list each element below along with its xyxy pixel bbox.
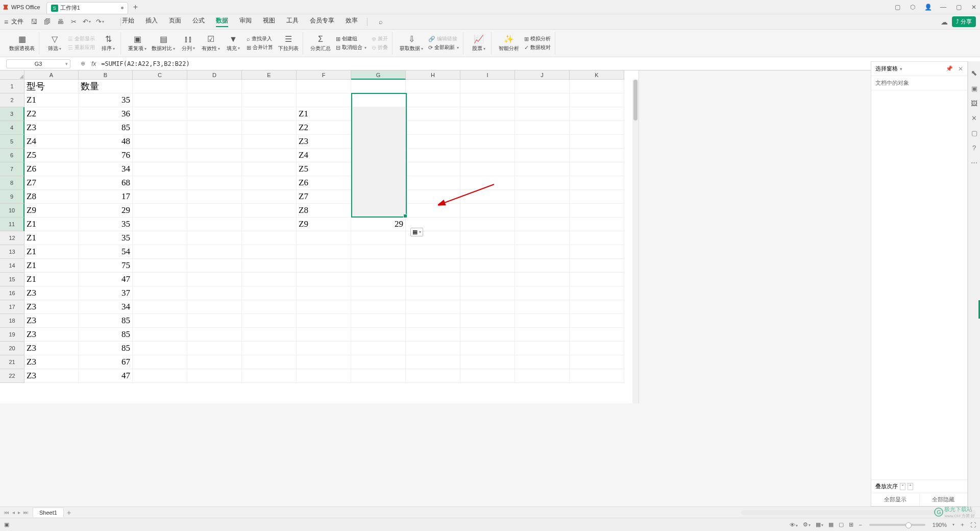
cell-A16[interactable]: Z3 bbox=[24, 286, 79, 300]
row-header-14[interactable]: 14 bbox=[0, 259, 24, 273]
pivot-table-button[interactable]: ▦数据透视表 bbox=[9, 34, 35, 52]
paste-options-badge[interactable]: ▦▾ bbox=[410, 228, 423, 236]
select-tool-icon[interactable]: ⬉ bbox=[971, 68, 977, 78]
name-box[interactable]: G3 bbox=[6, 59, 70, 68]
row-header-16[interactable]: 16 bbox=[0, 286, 24, 300]
cell-A19[interactable]: Z3 bbox=[24, 328, 79, 342]
row-header-1[interactable]: 1 bbox=[0, 80, 24, 93]
cell-B6[interactable]: 76 bbox=[79, 149, 133, 162]
remove-duplicates-button[interactable]: ▣重复项▾ bbox=[128, 34, 146, 52]
row-header-2[interactable]: 2 bbox=[0, 93, 24, 107]
row-header-8[interactable]: 8 bbox=[0, 176, 24, 190]
redo-icon[interactable]: ↷▾ bbox=[96, 18, 104, 26]
validity-button[interactable]: ☑有效性▾ bbox=[202, 34, 220, 52]
cell-F9[interactable]: Z7 bbox=[297, 190, 351, 204]
zoom-formula-icon[interactable]: ⊕ bbox=[81, 60, 85, 67]
cell-F10[interactable]: Z8 bbox=[297, 204, 351, 218]
cell-A4[interactable]: Z3 bbox=[24, 121, 79, 135]
layout-icon[interactable]: ▦▾ bbox=[816, 521, 823, 528]
cell-A5[interactable]: Z4 bbox=[24, 135, 79, 149]
more-icon[interactable]: ⋯ bbox=[971, 159, 977, 166]
cell-A7[interactable]: Z6 bbox=[24, 162, 79, 176]
cell-A3[interactable]: Z2 bbox=[24, 107, 79, 121]
row-header-3[interactable]: 3 bbox=[0, 107, 24, 121]
user-avatar-icon[interactable]: 👤 bbox=[924, 3, 932, 11]
cell-A10[interactable]: Z9 bbox=[24, 204, 79, 218]
move-down-button[interactable]: ˆ bbox=[908, 483, 913, 490]
menu-tab-会员专享[interactable]: 会员专享 bbox=[310, 16, 334, 27]
simulation-button[interactable]: ⊞模拟分析 bbox=[524, 35, 551, 42]
document-tab[interactable]: S 工作簿1 bbox=[46, 2, 128, 14]
cell-B1[interactable]: 数量 bbox=[79, 80, 133, 93]
cell-B13[interactable]: 54 bbox=[79, 245, 133, 259]
row-headers[interactable]: 12345678910111213141516171819202122 bbox=[0, 80, 24, 383]
new-tab-button[interactable]: + bbox=[133, 3, 138, 12]
cell-F6[interactable]: Z4 bbox=[297, 149, 351, 162]
save-icon[interactable]: 🖫 bbox=[30, 18, 38, 26]
add-sheet-button[interactable]: + bbox=[67, 509, 71, 517]
row-header-19[interactable]: 19 bbox=[0, 328, 24, 342]
settings-icon[interactable]: ⚙▾ bbox=[803, 521, 811, 528]
import-data-button[interactable]: ⇩获取数据▾ bbox=[400, 34, 423, 52]
cell-B19[interactable]: 85 bbox=[79, 328, 133, 342]
share-button[interactable]: ⤴ 分享 bbox=[952, 16, 976, 27]
filter-button[interactable]: ▽筛选▾ bbox=[46, 34, 63, 52]
fx-icon[interactable]: fx bbox=[91, 60, 96, 67]
cell-A22[interactable]: Z3 bbox=[24, 369, 79, 383]
row-header-20[interactable]: 20 bbox=[0, 342, 24, 355]
print-preview-icon[interactable]: 🗐 bbox=[43, 18, 51, 26]
nav-prev-icon[interactable]: ◂ bbox=[12, 510, 15, 515]
scrollbar-thumb[interactable] bbox=[633, 80, 638, 120]
cell-B4[interactable]: 85 bbox=[79, 121, 133, 135]
cell-A9[interactable]: Z8 bbox=[24, 190, 79, 204]
cell-A11[interactable]: Z1 bbox=[24, 218, 79, 231]
file-menu[interactable]: 文件 bbox=[11, 17, 23, 26]
cloud-sync-icon[interactable]: ☁ bbox=[941, 18, 948, 26]
row-header-22[interactable]: 22 bbox=[0, 369, 24, 383]
cell-B3[interactable]: 36 bbox=[79, 107, 133, 121]
zoom-slider[interactable] bbox=[869, 524, 925, 526]
help-icon[interactable]: ? bbox=[972, 144, 976, 152]
undo-icon[interactable]: ↶▾ bbox=[83, 18, 91, 26]
page-view-icon[interactable]: ▢ bbox=[839, 521, 844, 528]
maximize-button[interactable]: ▢ bbox=[954, 3, 963, 11]
chevron-down-icon[interactable]: ▾ bbox=[900, 66, 902, 71]
tools-icon[interactable]: ✕ bbox=[971, 114, 977, 122]
cut-icon[interactable]: ✂ bbox=[69, 18, 78, 26]
cell-B2[interactable]: 35 bbox=[79, 93, 133, 107]
menu-tab-工具[interactable]: 工具 bbox=[286, 16, 299, 27]
cell-A21[interactable]: Z3 bbox=[24, 355, 79, 369]
cell-B17[interactable]: 34 bbox=[79, 300, 133, 314]
cell-B18[interactable]: 85 bbox=[79, 314, 133, 328]
menu-search-icon[interactable]: ⌕ bbox=[379, 18, 383, 26]
select-all-corner[interactable] bbox=[0, 70, 24, 80]
cell-B12[interactable]: 35 bbox=[79, 231, 133, 245]
formula-input[interactable]: =SUMIF(A2:A22,F3,B2:B22) bbox=[101, 60, 189, 67]
menu-tab-审阅[interactable]: 审阅 bbox=[239, 16, 252, 27]
row-header-7[interactable]: 7 bbox=[0, 162, 24, 176]
cell-B20[interactable]: 85 bbox=[79, 342, 133, 355]
col-header-H[interactable]: H bbox=[406, 70, 460, 80]
row-header-17[interactable]: 17 bbox=[0, 300, 24, 314]
move-up-button[interactable]: ˇ bbox=[900, 483, 905, 490]
menu-tab-开始[interactable]: 开始 bbox=[122, 16, 134, 27]
image-icon[interactable]: 🖼 bbox=[971, 100, 977, 107]
refresh-all-button[interactable]: ⟳全部刷新▾ bbox=[428, 44, 459, 51]
fill-button[interactable]: ▼填充▾ bbox=[225, 35, 241, 52]
hamburger-icon[interactable]: ≡ bbox=[4, 18, 8, 26]
col-header-D[interactable]: D bbox=[187, 70, 242, 80]
sort-button[interactable]: ⇅排序▾ bbox=[100, 34, 116, 52]
minimize-button[interactable]: — bbox=[939, 3, 947, 11]
cell-F3[interactable]: Z1 bbox=[297, 107, 351, 121]
vertical-scrollbar[interactable] bbox=[632, 80, 639, 403]
find-record-button[interactable]: ⌕查找录入 bbox=[247, 35, 273, 42]
col-header-J[interactable]: J bbox=[515, 70, 570, 80]
cell-F5[interactable]: Z3 bbox=[297, 135, 351, 149]
pin-icon[interactable]: 📌 bbox=[946, 65, 953, 72]
print-icon[interactable]: 🖶 bbox=[56, 18, 64, 26]
menu-tab-公式[interactable]: 公式 bbox=[192, 16, 205, 27]
row-header-12[interactable]: 12 bbox=[0, 231, 24, 245]
menu-tab-页面[interactable]: 页面 bbox=[169, 16, 181, 27]
sheet-tab-1[interactable]: Sheet1 bbox=[33, 508, 64, 517]
menu-tab-插入[interactable]: 插入 bbox=[145, 16, 158, 27]
